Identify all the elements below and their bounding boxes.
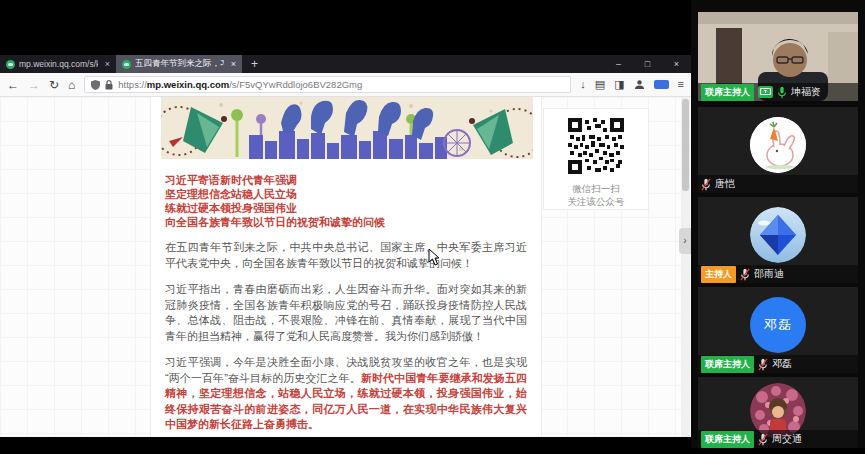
participant-name: 坤福资 [791,85,821,99]
mic-on-icon [777,86,787,99]
participant-name: 周交通 [772,432,802,446]
participant-name: 唐恺 [715,177,735,191]
tab-weixin-article-2[interactable]: 五四青年节到来之际，习近平 × [116,55,242,73]
maximize-button[interactable]: □ [633,55,662,73]
mic-muted-icon [701,178,711,191]
qr-caption: 微信扫一扫 关注该公众号 [544,182,648,208]
heading-line: 练就过硬本领投身强国伟业 [165,201,527,215]
browser-toolbar: ← → ↻ ⌂ https://mp.weixin.qq.com/s/F5vQY… [0,73,691,97]
article-banner-illustration [161,97,533,159]
window-controls: – □ × [604,55,691,73]
downloads-icon[interactable]: ↓ [580,79,586,90]
minimize-button[interactable]: – [604,55,633,73]
mic-muted-icon [758,433,768,446]
qr-code [568,118,624,174]
screen: mp.weixin.qq.com/s/kk5Uu9 × 五四青年节到来之际，习近… [0,0,865,454]
close-button[interactable]: × [662,55,691,73]
toolbar-right-icons: ↓ ▤ ◨ ≡ [580,79,684,90]
role-badge: 联席主持人 [701,84,754,101]
tab-close-icon[interactable]: × [102,59,110,69]
qr-code-panel: 微信扫一扫 关注该公众号 [543,108,649,210]
participant-tile[interactable]: 联席主持人 坤福资 [698,12,858,101]
avatar [750,117,806,173]
screen-share-icon [758,86,773,98]
role-badge: 联席主持人 [701,356,754,373]
qr-caption-line: 关注该公众号 [544,195,648,208]
page-scrollbar[interactable] [681,97,690,437]
url-text: https://mp.weixin.qq.com/s/F5vQYwRddlojo… [118,79,362,90]
sidebars-icon[interactable]: ◨ [614,79,624,90]
role-badge: 联席主持人 [701,431,754,448]
video-panel-toggle[interactable]: › [679,228,691,254]
lock-icon [105,80,113,90]
forward-button[interactable]: → [28,79,40,91]
heading-line: 向全国各族青年致以节日的祝贺和诚挚的问候 [165,215,527,229]
avatar: 邓磊 [750,297,806,353]
avatar [750,207,806,263]
tab-close-icon[interactable]: × [228,59,236,69]
account-icon[interactable] [634,79,645,90]
mic-muted-icon [740,268,750,281]
participant-tile[interactable]: 联席主持人 周交通 [698,377,858,448]
article-column: 习近平寄语新时代青年强调 坚定理想信念站稳人民立场 练就过硬本领投身强国伟业 向… [150,97,542,437]
article-paragraph: 习近平指出，青春由磨砺而出彩，人生因奋斗而升华。面对突如其来的新冠肺炎疫情，全国… [165,282,527,344]
reload-button[interactable]: ↻ [49,79,59,91]
new-tab-button[interactable]: + [242,55,267,73]
participant-name: 邵雨迪 [754,267,784,281]
scrollbar-thumb[interactable] [682,99,689,191]
participant-info-bar: 唐恺 [698,175,858,193]
home-button[interactable]: ⌂ [68,79,75,91]
mic-muted-icon [758,358,768,371]
tracking-shield-icon[interactable] [91,80,100,90]
wechat-favicon-icon [6,60,15,69]
role-badge: 主持人 [701,266,736,283]
meeting-participant-panel: 联席主持人 坤福资 [691,0,865,454]
wechat-favicon-icon [122,60,131,69]
article-paragraph: 习近平强调，今年是决胜全面小康、决战脱贫攻坚的收官之年，也是实现“两个一百年”奋… [165,355,527,433]
tab-title: mp.weixin.qq.com/s/kk5Uu9 [19,59,98,69]
participant-tile[interactable]: 邓磊 联席主持人 邓磊 [698,287,858,373]
tab-title: 五四青年节到来之际，习近平 [135,58,224,70]
qr-caption-line: 微信扫一扫 [544,182,648,195]
participant-info-bar: 联席主持人 周交通 [698,430,858,448]
participant-info-bar: 联席主持人 邓磊 [698,355,858,373]
screen-letterbox [0,448,865,454]
participant-info-bar: 联席主持人 坤福资 [698,83,858,101]
extension-badge-icon[interactable] [654,80,669,89]
heading-line: 习近平寄语新时代青年强调 [165,173,527,187]
tab-bar: mp.weixin.qq.com/s/kk5Uu9 × 五四青年节到来之际，习近… [0,55,691,73]
participant-tile[interactable]: 主持人 邵雨迪 [698,197,858,283]
tab-weixin-article-1[interactable]: mp.weixin.qq.com/s/kk5Uu9 × [0,55,116,73]
participant-info-bar: 主持人 邵雨迪 [698,265,858,283]
mouse-cursor [428,248,440,266]
menu-icon[interactable]: ≡ [678,79,684,90]
address-bar[interactable]: https://mp.weixin.qq.com/s/F5vQYwRddlojo… [84,76,571,93]
article-heading: 习近平寄语新时代青年强调 坚定理想信念站稳人民立场 练就过硬本领投身强国伟业 向… [165,173,527,229]
participant-name: 邓磊 [772,357,792,371]
back-button[interactable]: ← [7,79,19,91]
firefox-window: mp.weixin.qq.com/s/kk5Uu9 × 五四青年节到来之际，习近… [0,55,691,437]
article-paragraph: 在五四青年节到来之际，中共中央总书记、国家主席、中央军委主席习近平代表党中央，向… [165,240,527,271]
heading-line: 坚定理想信念站稳人民立场 [165,187,527,201]
library-icon[interactable]: ▤ [595,79,605,90]
page-content: 习近平寄语新时代青年强调 坚定理想信念站稳人民立场 练就过硬本领投身强国伟业 向… [0,97,691,437]
participant-tile[interactable]: 唐恺 [698,107,858,193]
